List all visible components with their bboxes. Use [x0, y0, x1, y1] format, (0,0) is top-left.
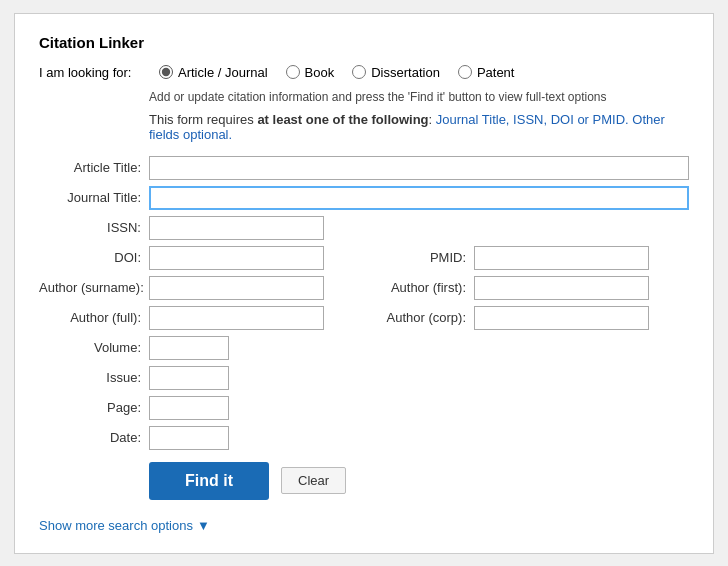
pmid-label: PMID:	[364, 250, 474, 265]
radio-dissertation[interactable]: Dissertation	[352, 65, 440, 80]
author-corp-input[interactable]	[474, 306, 649, 330]
radio-patent-input[interactable]	[458, 65, 472, 79]
looking-for-row: I am looking for: Article / Journal Book…	[39, 65, 689, 80]
author-corp-col: Author (corp):	[364, 306, 689, 330]
page-label: Page:	[39, 400, 149, 415]
issn-row: ISSN:	[39, 216, 689, 240]
volume-label: Volume:	[39, 340, 149, 355]
find-it-button[interactable]: Find it	[149, 462, 269, 500]
show-more-arrow: ▼	[197, 518, 210, 533]
author-corp-label: Author (corp):	[364, 310, 474, 325]
required-text: This form requires at least one of the f…	[149, 112, 689, 142]
volume-input-wrapper	[149, 336, 229, 360]
radio-patent[interactable]: Patent	[458, 65, 515, 80]
radio-article[interactable]: Article / Journal	[159, 65, 268, 80]
doi-pmid-row: DOI: PMID:	[39, 246, 689, 270]
issue-input[interactable]	[149, 366, 229, 390]
date-input[interactable]	[149, 426, 229, 450]
page-row: Page:	[39, 396, 689, 420]
radio-book[interactable]: Book	[286, 65, 335, 80]
author-surname-first-row: Author (surname): Author (first):	[39, 276, 689, 300]
author-full-corp-row: Author (full): Author (corp):	[39, 306, 689, 330]
author-first-input[interactable]	[474, 276, 649, 300]
author-surname-label: Author (surname):	[39, 280, 149, 295]
article-title-input-wrapper	[149, 156, 689, 180]
pmid-input-wrapper	[474, 246, 649, 270]
doi-input-wrapper	[149, 246, 324, 270]
issn-label: ISSN:	[39, 220, 149, 235]
volume-row: Volume:	[39, 336, 689, 360]
issue-input-wrapper	[149, 366, 229, 390]
show-more-link[interactable]: Show more search options ▼	[39, 518, 210, 533]
doi-input[interactable]	[149, 246, 324, 270]
volume-input[interactable]	[149, 336, 229, 360]
date-row: Date:	[39, 426, 689, 450]
clear-button[interactable]: Clear	[281, 467, 346, 494]
date-label: Date:	[39, 430, 149, 445]
issn-input[interactable]	[149, 216, 324, 240]
article-title-input[interactable]	[149, 156, 689, 180]
journal-title-row: Journal Title:	[39, 186, 689, 210]
doi-col: DOI:	[39, 246, 364, 270]
pmid-input[interactable]	[474, 246, 649, 270]
hint-text: Add or update citation information and p…	[149, 90, 689, 104]
journal-title-input-wrapper	[149, 186, 689, 210]
pmid-col: PMID:	[364, 246, 689, 270]
looking-for-label: I am looking for:	[39, 65, 149, 80]
author-surname-col: Author (surname):	[39, 276, 364, 300]
issn-input-wrapper	[149, 216, 324, 240]
show-more-text: Show more search options	[39, 518, 193, 533]
author-corp-input-wrapper	[474, 306, 649, 330]
date-input-wrapper	[149, 426, 229, 450]
author-surname-input-wrapper	[149, 276, 324, 300]
citation-linker-container: Citation Linker I am looking for: Articl…	[14, 13, 714, 554]
article-title-label: Article Title:	[39, 160, 149, 175]
radio-book-label: Book	[305, 65, 335, 80]
radio-dissertation-label: Dissertation	[371, 65, 440, 80]
radio-article-label: Article / Journal	[178, 65, 268, 80]
issue-row: Issue:	[39, 366, 689, 390]
radio-patent-label: Patent	[477, 65, 515, 80]
journal-title-label: Journal Title:	[39, 190, 149, 205]
button-row: Find it Clear	[149, 462, 689, 500]
author-full-input[interactable]	[149, 306, 324, 330]
radio-options-group: Article / Journal Book Dissertation Pate…	[159, 65, 514, 80]
author-first-label: Author (first):	[364, 280, 474, 295]
author-full-label: Author (full):	[39, 310, 149, 325]
author-full-input-wrapper	[149, 306, 324, 330]
page-title: Citation Linker	[39, 34, 689, 51]
doi-label: DOI:	[39, 250, 149, 265]
author-first-col: Author (first):	[364, 276, 689, 300]
journal-title-input[interactable]	[149, 186, 689, 210]
form-section: Article Title: Journal Title: ISSN: DOI:	[39, 156, 689, 500]
page-input-wrapper	[149, 396, 229, 420]
author-first-input-wrapper	[474, 276, 649, 300]
author-full-col: Author (full):	[39, 306, 364, 330]
author-surname-input[interactable]	[149, 276, 324, 300]
issue-label: Issue:	[39, 370, 149, 385]
radio-article-input[interactable]	[159, 65, 173, 79]
radio-dissertation-input[interactable]	[352, 65, 366, 79]
radio-book-input[interactable]	[286, 65, 300, 79]
page-input[interactable]	[149, 396, 229, 420]
article-title-row: Article Title:	[39, 156, 689, 180]
